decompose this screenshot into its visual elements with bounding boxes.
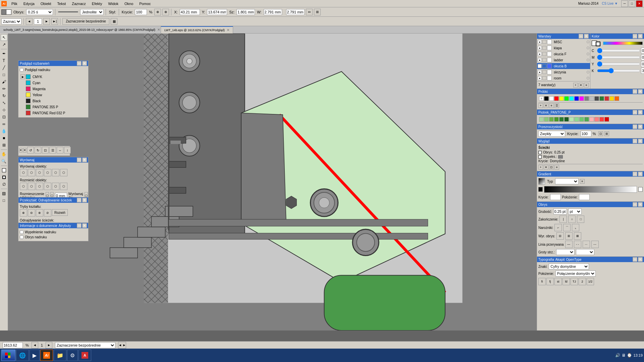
mode-minus-btn[interactable]: ⊖ (28, 209, 35, 217)
taskbar-acrobat[interactable]: A (78, 350, 91, 361)
canvas-area[interactable]: Podgląd rozbarwień ─ ✕ Podgląd nadruku ▶ (8, 34, 537, 330)
tool-hand[interactable]: ✋ (1, 151, 7, 158)
nav-next-btn[interactable]: ► (46, 342, 52, 349)
kolor-panel-header[interactable]: Kolor ─ ✕ (590, 34, 644, 39)
liga-4[interactable]: ld (562, 278, 570, 285)
ksztalt-panel-header[interactable]: Przekształć Odnajdowanie ścieżek ─ ✕ (18, 197, 88, 203)
layer-okucia-b-lock[interactable] (542, 64, 546, 68)
expand-btn[interactable]: Rozwiń (52, 209, 68, 216)
tool-warp[interactable]: ⊹ (1, 107, 7, 113)
w-input[interactable] (264, 9, 282, 15)
tool-scale[interactable]: ⤡ (1, 100, 7, 106)
color-row-yellow[interactable]: Yellow (20, 92, 87, 98)
piotrek-panel-header[interactable]: Piotrek_PANTONE_P ─ ✕ (537, 110, 644, 115)
gradient-panel-header[interactable]: Gradient ─ ✕ (537, 171, 644, 177)
join-bevel[interactable]: ⌞ (572, 224, 579, 231)
color-row-cyan[interactable]: Cyan (20, 80, 87, 86)
dist-left-btn[interactable]: ⬡ (44, 183, 51, 190)
k-value[interactable] (641, 68, 644, 74)
menu-zaznacz[interactable]: Zaznacz (69, 1, 89, 6)
warstwy-close[interactable]: ✕ (584, 34, 589, 39)
toolbar-icon-2[interactable]: ⊗ (162, 9, 169, 15)
piotrek-close[interactable]: ✕ (638, 110, 643, 115)
menu-okno[interactable]: Okno (122, 1, 136, 6)
align-bottom-btn[interactable]: ⬡ (60, 169, 67, 176)
color-row-cmyk[interactable]: ▶ CMYK (20, 74, 87, 80)
ksztalt-tab2[interactable]: Odnajdowanie ścieżek (38, 198, 72, 202)
probki-close[interactable]: ✕ (638, 89, 643, 94)
c-value[interactable] (641, 48, 644, 54)
tool-zoom[interactable]: 🔍 (1, 158, 7, 165)
align-right-btn[interactable]: ⬡ (36, 169, 43, 176)
dash-2[interactable]: - - (574, 241, 581, 248)
stroke-overprint-checkbox[interactable] (20, 235, 23, 239)
ksztalt-close[interactable]: ✕ (82, 198, 87, 202)
info-panel-header[interactable]: Informacje o dokumencie Atrybuty ─ ✕ (18, 223, 88, 228)
info-tab1[interactable]: Informacje o dokumencie (20, 224, 57, 228)
mode-btn[interactable]: Zaznaczenie bezpośrednie (62, 18, 109, 25)
layer-klapa[interactable]: ● klapa (537, 45, 590, 51)
typo-tab3[interactable]: OpenType (566, 258, 582, 261)
tool-direct-select[interactable]: ↗ (1, 41, 7, 48)
krycie-gradient-input[interactable] (550, 194, 561, 200)
stroke-select[interactable]: 0.25 ś (26, 9, 53, 15)
mini-tool-2[interactable]: ↻ (35, 147, 41, 154)
obrys-close[interactable]: ✕ (638, 202, 643, 207)
liga-7[interactable]: 1/2 (587, 278, 594, 285)
obrys-collapse[interactable]: ─ (633, 202, 637, 207)
layer-room-eye[interactable]: ● (538, 76, 542, 80)
tool-eyedropper[interactable]: 💧 (1, 128, 7, 134)
knockout-icon[interactable]: ⊞ (604, 131, 609, 136)
typo-tab1[interactable]: Typografia (538, 258, 554, 261)
podglad-panel-header[interactable]: Podgląd rozbarwień ─ ✕ (18, 61, 88, 66)
close-mini-icon[interactable]: ✕ (19, 148, 22, 153)
tool-mesh[interactable]: ⊞ (1, 142, 7, 148)
y-value[interactable] (641, 61, 644, 67)
grid-icon[interactable]: ⊞ (314, 9, 321, 15)
tab-1-close[interactable]: ✕ (157, 28, 160, 32)
tab-2[interactable]: LWT_14b.eps @ 1613.62% (CMYK/Podgląd) ✕ (161, 26, 233, 34)
gradient-preview[interactable] (538, 178, 545, 185)
align-stroke-center[interactable]: ⊟ (556, 232, 564, 240)
dist-bottom-btn[interactable]: ⬡ (36, 183, 43, 190)
tool-text[interactable]: T (1, 57, 7, 64)
c-slider[interactable] (597, 49, 640, 52)
y-slider[interactable] (597, 62, 640, 66)
join-miter[interactable]: ⌐ (554, 224, 562, 231)
taskbar-illustrator[interactable]: Ai (40, 350, 53, 361)
podglad-close[interactable]: ✕ (82, 61, 87, 66)
layer-room-lock[interactable] (542, 76, 546, 80)
taskbar-media-player[interactable]: ▶ (30, 350, 40, 361)
tool-brush[interactable]: 🖌 (1, 78, 7, 85)
grub-unit[interactable]: pt (568, 208, 582, 215)
liga-1[interactable]: fi (538, 278, 546, 285)
cap-square[interactable]: □ (577, 216, 584, 223)
align-center-v-btn[interactable]: ⬡ (52, 169, 59, 176)
layer-misc-eye[interactable]: ● (538, 40, 542, 44)
liga-2[interactable]: fj (546, 278, 554, 285)
m-value[interactable] (641, 54, 644, 60)
liga-5[interactable]: TJ (571, 278, 578, 285)
gradient-menu-btn[interactable]: ≡ (580, 179, 585, 184)
minimize-btn[interactable]: ─ (621, 0, 628, 7)
cap-round[interactable]: ○ (568, 216, 576, 223)
dash-1[interactable]: — (565, 241, 573, 248)
dist-center-v-btn[interactable]: ⬡ (52, 183, 59, 190)
tool-free-transform[interactable]: ⊡ (1, 114, 7, 120)
tool-rotate[interactable]: ↻ (1, 93, 7, 99)
liga-6[interactable]: 2 (579, 278, 586, 285)
dash-4[interactable]: -·- (591, 241, 599, 248)
tool-rect[interactable]: □ (1, 71, 7, 78)
nav-prev-btn[interactable]: ◄ (32, 342, 38, 349)
menu-obiekt[interactable]: Obiekt (38, 1, 54, 6)
mode-unite-btn[interactable]: ⊕ (20, 209, 27, 217)
wyrownaj-close[interactable]: ✕ (82, 158, 87, 162)
layer-ladder[interactable]: ● ladder (537, 57, 590, 63)
probki-collapse[interactable]: ─ (633, 89, 637, 94)
warstwy-menu-btn[interactable]: ≡ (584, 83, 589, 87)
zoom-input[interactable] (3, 342, 23, 348)
tool-line[interactable]: ╱ (1, 64, 7, 71)
piotrek-collapse[interactable]: ─ (633, 110, 637, 115)
tool-select-arrow[interactable]: ↖ (1, 34, 7, 41)
podglad-collapse[interactable]: ─ (77, 61, 82, 66)
